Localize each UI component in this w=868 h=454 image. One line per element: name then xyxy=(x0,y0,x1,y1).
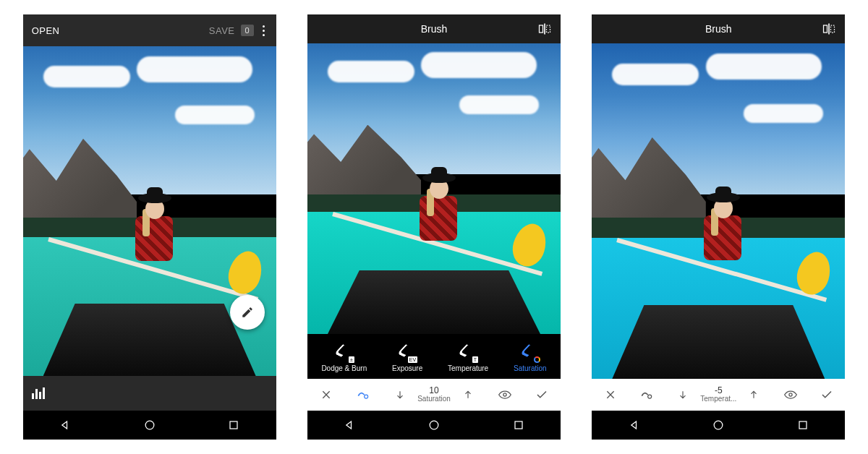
cancel-button[interactable] xyxy=(600,385,621,405)
header-title: Brush xyxy=(421,23,448,35)
cancel-button[interactable] xyxy=(316,385,336,405)
screen-brush-temperature: Brush -5 Temperat... xyxy=(592,14,845,440)
android-navbar xyxy=(307,411,561,440)
svg-rect-13 xyxy=(799,421,807,429)
value-label: Temperat... xyxy=(700,395,736,403)
compare-icon[interactable] xyxy=(537,22,552,36)
value-adjuster: 10 Saturation xyxy=(390,385,478,405)
close-icon xyxy=(605,389,616,401)
mask-toggle-button[interactable] xyxy=(780,385,801,405)
android-navbar xyxy=(592,411,845,440)
screen-brush-saturation: Brush ± Dodge & Burn EV Exposure T Tempe… xyxy=(307,14,561,440)
top-toolbar: OPEN SAVE 0 xyxy=(23,14,276,46)
check-icon xyxy=(535,388,548,401)
nav-home-icon[interactable] xyxy=(142,418,157,432)
image-canvas[interactable] xyxy=(23,46,276,376)
image-canvas[interactable] xyxy=(307,43,561,334)
nav-home-icon[interactable] xyxy=(427,418,441,432)
brush-header: Brush xyxy=(307,14,561,43)
arrow-down-icon xyxy=(395,390,405,400)
value-number: 10 xyxy=(417,386,451,395)
nav-home-icon[interactable] xyxy=(711,418,726,432)
histogram-icon[interactable] xyxy=(32,387,45,399)
increase-button[interactable] xyxy=(458,385,478,405)
mask-toggle-button[interactable] xyxy=(495,385,515,405)
save-button[interactable]: SAVE xyxy=(209,25,235,36)
apply-button[interactable] xyxy=(817,385,837,405)
close-icon xyxy=(320,389,332,401)
decrease-button[interactable] xyxy=(390,385,410,405)
tool-label: Temperature xyxy=(448,364,488,372)
brush-icon: ± xyxy=(336,344,353,361)
value-label: Saturation xyxy=(417,395,451,403)
overflow-menu-icon[interactable] xyxy=(260,22,268,39)
tool-temperature[interactable]: T Temperature xyxy=(448,344,488,372)
nav-back-icon[interactable] xyxy=(627,418,642,432)
brush-settings-icon xyxy=(639,387,654,402)
svg-rect-3 xyxy=(546,25,550,33)
tool-label: Exposure xyxy=(392,364,422,372)
tool-label: Dodge & Burn xyxy=(321,364,367,372)
arrow-up-icon xyxy=(749,390,759,400)
nav-recent-icon[interactable] xyxy=(796,418,810,432)
nav-back-icon[interactable] xyxy=(58,418,72,432)
compare-icon[interactable] xyxy=(822,22,836,36)
svg-point-5 xyxy=(503,393,506,396)
brush-settings-icon xyxy=(356,387,370,402)
tool-saturation[interactable]: Saturation xyxy=(514,344,547,372)
nav-recent-icon[interactable] xyxy=(511,418,526,432)
edits-count-badge[interactable]: 0 xyxy=(241,25,254,36)
svg-rect-1 xyxy=(230,421,237,429)
svg-point-12 xyxy=(714,421,723,429)
check-icon xyxy=(820,388,833,401)
apply-button[interactable] xyxy=(532,385,552,405)
edit-fab[interactable] xyxy=(230,295,265,330)
brush-icon: EV xyxy=(399,344,416,361)
brush-action-row: 10 Saturation xyxy=(307,379,561,411)
tool-label: Saturation xyxy=(514,364,547,372)
open-button[interactable]: OPEN xyxy=(32,25,60,36)
arrow-down-icon xyxy=(678,390,688,400)
tool-exposure[interactable]: EV Exposure xyxy=(392,344,422,372)
brush-settings-button[interactable] xyxy=(637,385,657,405)
bottom-toolbar xyxy=(23,376,276,411)
brush-settings-button[interactable] xyxy=(353,385,373,405)
brush-action-row: -5 Temperat... xyxy=(592,379,845,411)
tool-dodge-burn[interactable]: ± Dodge & Burn xyxy=(321,344,367,372)
value-number: -5 xyxy=(700,386,736,395)
pencil-icon xyxy=(241,306,254,319)
brush-header: Brush xyxy=(592,14,845,43)
svg-point-4 xyxy=(365,395,368,398)
decrease-button[interactable] xyxy=(673,385,693,405)
increase-button[interactable] xyxy=(744,385,764,405)
brush-icon: T xyxy=(459,344,477,361)
image-canvas[interactable] xyxy=(592,43,845,379)
value-adjuster: -5 Temperat... xyxy=(673,385,764,405)
arrow-up-icon xyxy=(463,390,473,400)
android-navbar xyxy=(23,411,276,440)
svg-point-10 xyxy=(648,395,652,398)
eye-icon xyxy=(498,387,512,402)
svg-rect-2 xyxy=(539,25,542,33)
svg-point-0 xyxy=(145,421,154,429)
svg-rect-7 xyxy=(515,421,522,429)
svg-rect-8 xyxy=(824,25,827,33)
nav-recent-icon[interactable] xyxy=(226,418,241,432)
header-title: Brush xyxy=(705,23,732,35)
eye-icon xyxy=(783,387,798,402)
brush-icon xyxy=(522,344,539,361)
nav-back-icon[interactable] xyxy=(342,418,357,432)
svg-point-6 xyxy=(430,421,438,429)
svg-point-11 xyxy=(789,393,792,396)
brush-tool-row: ± Dodge & Burn EV Exposure T Temperature… xyxy=(307,334,561,379)
screen-main: OPEN SAVE 0 xyxy=(23,14,276,440)
svg-rect-9 xyxy=(831,25,835,33)
